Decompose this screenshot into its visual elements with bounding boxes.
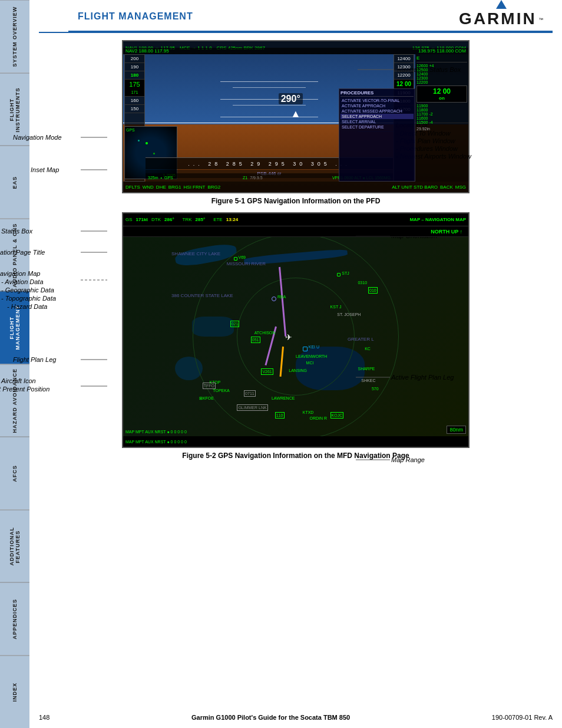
sidebar-item-index[interactable]: INDEX <box>0 655 29 729</box>
mfd-top-bar: GS 171kt DTK 286° TRK 285° ETE 13:24 MAP… <box>123 213 468 226</box>
waypoint-kc: KC <box>365 347 371 351</box>
shawnee-city-lake-label: SHAWNEE CITY LAKE <box>171 251 220 256</box>
sidebar-item-additional-features[interactable]: ADDITIONAL FEATURES <box>0 510 29 583</box>
pfd-bottom-bar: DFLTSWNDDHEBRG1HSI FRNTBRG2 ALT UNIT STD… <box>123 182 468 192</box>
counter-state-lake-label: 386 COUNTER STATE LAKE <box>171 293 233 298</box>
pfd-right-panel: E 12600 +4 12500 12400 12300 12200 12 00… <box>415 54 468 182</box>
map-id-tffo: TFFO <box>203 383 216 389</box>
pfd-proc-select-departure: SELECT DEPARTURE <box>340 124 414 130</box>
map-id-051: 051 <box>251 337 260 343</box>
sidebar-item-flight-management[interactable]: FLIGHT MANAGEMENT <box>0 291 29 364</box>
pfd-heading-value: 290° <box>279 91 303 105</box>
waypoint-atchison: ATCHISON <box>254 331 276 335</box>
pfd-proc-select-approach: SELECT APPROACH <box>340 114 414 119</box>
svg-text:Inset Map: Inset Map <box>31 166 59 173</box>
waypoint-0310: 0310 <box>358 281 367 285</box>
map-id-010: 010 <box>368 287 378 294</box>
sidebar-item-hazard-avoidance[interactable]: HAZARD AVOIDANCE <box>0 364 29 437</box>
pfd-proc-select-arrival: SELECT ARRIVAL <box>340 119 414 124</box>
figure2-container: GS 171kt DTK 286° TRK 285° ETE 13:24 MAP… <box>39 212 553 460</box>
footer-page-number: 148 <box>39 714 49 721</box>
sidebar-item-eas[interactable]: EAS <box>0 146 29 219</box>
map-id-021: 021 <box>230 321 240 327</box>
sidebar-item-appendices[interactable]: APPENDICES <box>0 582 29 655</box>
waypoint-lansing: LANSING <box>289 368 307 373</box>
pfd-screen: NAV1 188.00 ↔ 117.95 MCE → 1 1 1 0 CRS 4… <box>122 40 470 193</box>
sidebar: SYSTEM OVERVIEW FLIGHT INSTRUMENTS EAS A… <box>0 0 29 728</box>
greater-lake-label: GREATER L <box>348 337 374 342</box>
figure1-wrapper: NAV1 188.00 ↔ 117.95 MCE → 1 1 1 0 CRS 4… <box>42 40 549 205</box>
map-bottom-text: MAP MPT AUX NRST ● 0 0 0 0 0 <box>125 430 187 434</box>
figure2-wrapper: GS 171kt DTK 286° TRK 285° ETE 13:24 MAP… <box>42 212 549 460</box>
figure1-caption: Figure 5-1 GPS Navigation Information on… <box>42 197 549 205</box>
map-id-v261: V261 <box>261 368 273 375</box>
waypoint-st-joseph: ST. JOSEPH <box>337 312 361 317</box>
footer-title: Garmin G1000 Pilot's Guide for the Socat… <box>191 714 350 721</box>
garmin-logo: GARMIN ™ <box>459 5 543 28</box>
map-range-box: 80nm <box>447 426 466 434</box>
pfd-proc-activate-missed: ACTIVATE MISSED APPROACH <box>340 108 414 114</box>
sidebar-item-afcs[interactable]: AFCS <box>0 437 29 510</box>
sidebar-item-flight-instruments[interactable]: FLIGHT INSTRUMENTS <box>0 73 29 146</box>
waypoint-leavenworth: LEAVENWORTH <box>296 354 327 358</box>
mfd-screen: GS 171kt DTK 286° TRK 285° ETE 13:24 MAP… <box>122 212 470 448</box>
waypoint-mci: MCI <box>306 361 314 365</box>
map-id-110: 110 <box>275 412 285 419</box>
waypoint-topeka: TOPEKA <box>213 388 229 393</box>
footer-doc-number: 190-00709-01 Rev. A <box>492 714 553 721</box>
main-content: FLIGHT MANAGEMENT GARMIN ™ <box>29 0 562 476</box>
pfd-proc-activate-approach: ACTIVATE APPROACH <box>340 103 414 108</box>
mfd-map-area: V69 STJ 0310 RBA KST J ST. JOSEPH <box>123 237 468 436</box>
sidebar-item-audio-panel-cns[interactable]: AUDIO PANEL & CNS <box>0 219 29 292</box>
map-id-570: 570 <box>372 387 379 391</box>
map-id-0711: 0711 <box>244 390 256 397</box>
map-id-shkrec: SHKEC <box>361 378 375 383</box>
pfd-procedures-box: PROCEDURES ACTIVATE VECTOR-TO-FINAL ACTI… <box>339 88 415 182</box>
pfd-proc-activate-vector: ACTIVATE VECTOR-TO-FINAL <box>340 98 414 103</box>
page-title: FLIGHT MANAGEMENT <box>78 11 193 22</box>
waypoint-kstj: KST J <box>330 305 342 309</box>
page-header: FLIGHT MANAGEMENT GARMIN ™ <box>68 0 553 32</box>
page-footer: 148 Garmin G1000 Pilot's Guide for the S… <box>29 714 562 721</box>
mfd-bottom-bar: MAP MPT AUX NRST ● 0 0 0 0 0 <box>123 436 468 447</box>
figure2-caption: Figure 5-2 GPS Navigation Information on… <box>42 452 549 460</box>
pfd-altitude-display: 12 00 on <box>416 85 467 103</box>
missouri-river-label: MISSOURI RIVER <box>227 261 266 266</box>
waypoint-kfoe: ⊠KFOE <box>199 396 214 401</box>
mfd-title-bar: NORTH UP ↑ <box>123 226 468 237</box>
sidebar-item-system-overview[interactable]: SYSTEM OVERVIEW <box>0 0 29 73</box>
waypoint-ordin: ORDIN R <box>309 416 327 420</box>
waypoint-sharpe: SHARPE <box>358 367 375 371</box>
map-id-kojc: KOJC <box>330 412 344 419</box>
map-id-glimmer: GLIMMER LNK <box>237 404 267 411</box>
aircraft-symbol: ✈ <box>285 332 292 342</box>
figure1-container: NAV1 188.00 ↔ 117.95 MCE → 1 1 1 0 CRS 4… <box>39 40 553 205</box>
waypoint-lawrence: LAWRENCE <box>272 396 295 400</box>
waypoint-ktxd: KTXD <box>303 410 314 414</box>
